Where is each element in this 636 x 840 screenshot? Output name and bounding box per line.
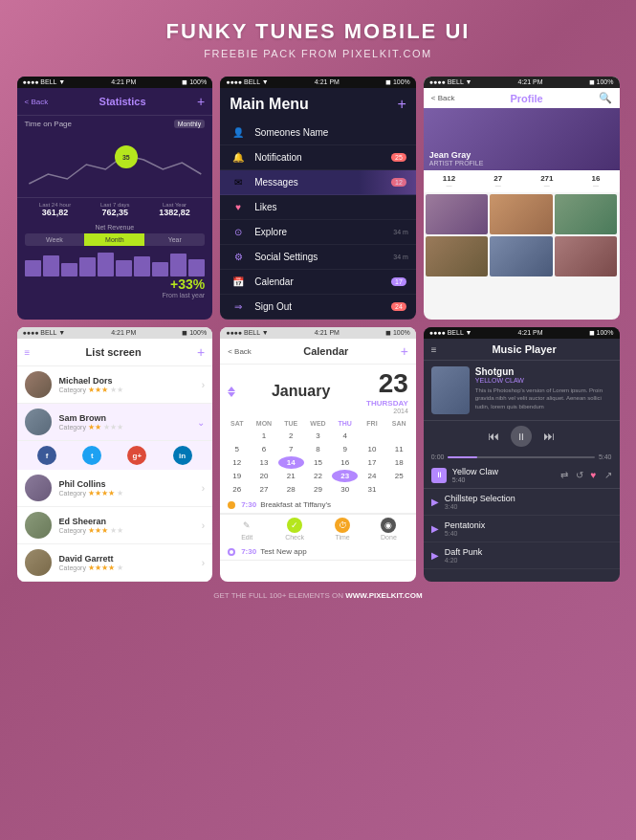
footer-link[interactable]: WWW.PIXELKIT.COM	[345, 591, 422, 600]
list-info-phil: Phil Collins Category ★★★★★	[59, 479, 202, 497]
month-next[interactable]	[228, 392, 235, 397]
menu-add-button[interactable]: +	[397, 96, 406, 113]
stats-add-button[interactable]: +	[197, 94, 205, 109]
avatar-david	[25, 549, 52, 576]
calendar-bottom: ✎ Edit ✓ Check ⏱ Time ◉ Done	[220, 514, 416, 543]
track-description: This is Photoshop's version of Lorem ips…	[475, 387, 612, 410]
menu-item-notification[interactable]: 🔔 Notification 25	[220, 145, 416, 170]
profile-thumb-3[interactable]	[555, 194, 618, 234]
menu-item-social-settings[interactable]: ⚙ Social Settings 34 m	[220, 245, 416, 270]
time-icon: ⏱	[335, 518, 350, 533]
profile-back[interactable]: < Back	[431, 94, 455, 102]
profile-thumb-5[interactable]	[490, 236, 553, 276]
page-subtitle: FREEBIE PACK FROM PIXELKIT.COM	[204, 48, 432, 59]
calendar-month-row: January 23 THURSDAY 2014	[220, 365, 416, 418]
event-time-2: 7:30	[241, 547, 256, 556]
chart-area: 35	[17, 136, 213, 193]
category-ed: Category ★★★★★	[59, 526, 202, 535]
menu-title: Main Menu	[230, 96, 309, 113]
shuffle-icon[interactable]: ⇄	[560, 470, 568, 480]
track-title: Shotgun	[475, 366, 612, 377]
cal-day-number: 23	[366, 368, 408, 399]
list-item-ed[interactable]: Ed Sheeran Category ★★★★★ ›	[17, 507, 213, 544]
cal-time-btn[interactable]: ⏱ Time	[335, 518, 350, 541]
month-tab[interactable]: Month	[84, 233, 144, 246]
stats-back[interactable]: < Back	[25, 98, 49, 106]
profile-thumb-4[interactable]	[426, 236, 489, 276]
favorite-icon[interactable]: ♥	[591, 470, 597, 480]
pause-button[interactable]: ⏸	[511, 426, 532, 447]
edit-icon: ✎	[239, 518, 254, 533]
explore-icon: ⊙	[230, 227, 247, 237]
week-tab[interactable]: Week	[25, 233, 85, 246]
profile-screen: ●●●● BELL ▼ 4:21 PM ◼ 100% < Back Profil…	[424, 77, 620, 320]
profile-search-button[interactable]: 🔍	[599, 92, 612, 104]
menu-item-someones-name[interactable]: 👤 Someones Name	[220, 121, 416, 145]
month-prev[interactable]	[228, 387, 235, 391]
next-button[interactable]: ⏭	[543, 430, 555, 443]
cal-today[interactable]: 14	[278, 456, 304, 469]
repeat-icon[interactable]: ↺	[576, 470, 583, 480]
menu-item-signout[interactable]: ⇒ Sign Out 24	[220, 295, 416, 320]
yellow-claw-pause[interactable]: ⏸	[431, 468, 447, 483]
prev-button[interactable]: ⏮	[488, 430, 499, 443]
list-item-sam[interactable]: Sam Brown Category ★★★★★ ⌄	[17, 404, 213, 441]
yellow-claw-row: ⏸ Yellow Claw 5:40 ⇄ ↺ ♥ ↗	[424, 462, 620, 489]
menu-item-messages[interactable]: ✉ Messages 12	[220, 170, 416, 195]
revenue-tabs[interactable]: Week Month Year	[25, 233, 206, 246]
list-info-ed: Ed Sheeran Category ★★★★★	[59, 517, 202, 535]
twitter-icon[interactable]: t	[82, 446, 101, 465]
list-item-michael[interactable]: Michael Dors Category ★★★★★ ›	[17, 366, 213, 404]
list-header: ≡ List screen +	[17, 339, 213, 366]
daftpunk-title: Daft Punk	[445, 547, 612, 557]
profile-thumb-1[interactable]	[426, 194, 489, 234]
name-michael: Michael Dors	[59, 376, 202, 386]
menu-item-likes[interactable]: ♥ Likes	[220, 195, 416, 220]
net-revenue-label: Net Revenue	[17, 221, 213, 233]
monthly-button[interactable]: Monthly	[174, 120, 206, 128]
progress-bar[interactable]	[448, 456, 594, 458]
track-pentatonix[interactable]: ▶ Pentatonix 5:40	[424, 516, 620, 542]
menu-header: Main Menu +	[220, 88, 416, 121]
facebook-icon[interactable]: f	[37, 446, 56, 465]
cal-selected[interactable]: 23	[332, 470, 358, 482]
cal-done-btn[interactable]: ◉ Done	[381, 518, 397, 541]
year-tab[interactable]: Year	[144, 233, 205, 246]
list-item-phil[interactable]: Phil Collins Category ★★★★★ ›	[17, 470, 213, 507]
linkedin-icon[interactable]: in	[173, 446, 192, 465]
share-icon[interactable]: ↗	[604, 470, 612, 480]
menu-item-calendar[interactable]: 📅 Calendar 17	[220, 270, 416, 295]
sam-social-links: f t g+ in	[17, 441, 213, 470]
profile-role: ARTIST PROFILE	[429, 160, 484, 166]
list-add-button[interactable]: +	[197, 344, 205, 360]
avatar-sam	[25, 409, 52, 435]
googleplus-icon[interactable]: g+	[127, 446, 146, 465]
chillstep-title: Chillstep Selection	[445, 494, 612, 503]
settings-icon: ⚙	[230, 252, 247, 262]
cal-add-button[interactable]: +	[401, 343, 408, 359]
cal-event-1[interactable]: 7:30 Breakfast at Tiffany's	[220, 497, 416, 514]
cal-check-btn[interactable]: ✓ Check	[285, 518, 304, 541]
highlight-bubble: 35	[115, 145, 138, 168]
chevron-right-ed: ›	[202, 520, 205, 531]
cal-edit-btn[interactable]: ✎ Edit	[239, 518, 254, 541]
cal-back[interactable]: < Back	[228, 347, 252, 356]
done-icon: ◉	[381, 518, 396, 533]
profile-thumb-2[interactable]	[490, 194, 553, 234]
profile-thumb-6[interactable]	[555, 236, 618, 276]
track-chillstep[interactable]: ▶ Chillstep Selection 3:40	[424, 489, 620, 516]
track-daft-punk[interactable]: ▶ Daft Punk 4:20	[424, 542, 620, 569]
event-dot-purple	[228, 548, 235, 556]
list-item-david[interactable]: David Garrett Category ★★★★★ ›	[17, 544, 213, 582]
event-time-1: 7:30	[241, 500, 256, 509]
menu-item-explore[interactable]: ⊙ Explore 34 m	[220, 220, 416, 245]
cal-event-2[interactable]: 7:30 Test New app	[220, 543, 416, 561]
status-bar-cal: ●●●● BELL ▼ 4:21 PM ◼ 100%	[220, 327, 416, 339]
event-dot-orange	[228, 501, 235, 509]
month-nav[interactable]	[228, 387, 235, 397]
track-info: Shotgun YELLOW CLAW This is Photoshop's …	[475, 366, 612, 414]
status-bar-menu: ●●●● BELL ▼ 4:21 PM ◼ 100%	[220, 77, 416, 88]
progress-end: 5:40	[599, 453, 612, 460]
music-player-screen: ●●●● BELL ▼ 4:21 PM ◼ 100% ≡ Music Playe…	[424, 327, 620, 582]
pentatonix-info: Pentatonix 5:40	[445, 520, 612, 537]
